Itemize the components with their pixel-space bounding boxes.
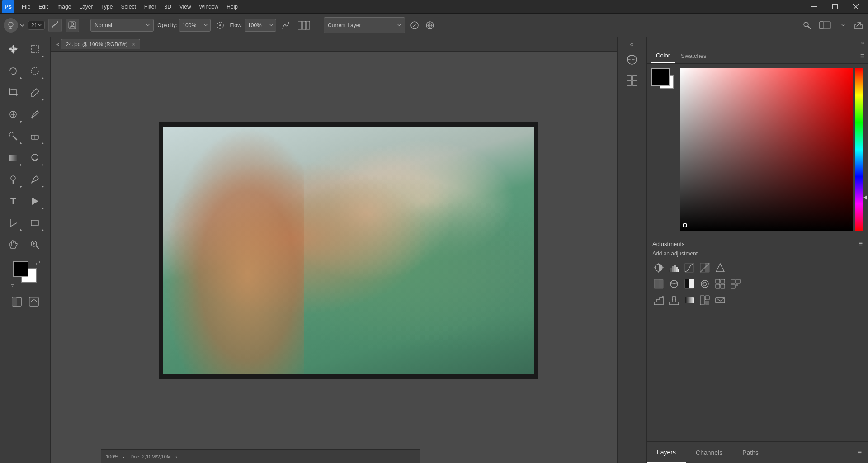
eyedropper-tool[interactable]: ▸	[24, 82, 45, 103]
eraser-tool[interactable]: ▸	[24, 126, 45, 146]
collapse-left-button[interactable]: «	[54, 41, 61, 47]
fg-color-square[interactable]	[651, 68, 670, 86]
threshold-adj[interactable]	[668, 294, 680, 307]
arrange-icon[interactable]	[837, 19, 849, 31]
menu-image[interactable]: Image	[52, 2, 75, 11]
dodge-tool[interactable]: ▸	[3, 169, 24, 190]
menu-edit[interactable]: Edit	[35, 2, 52, 11]
lasso-tool[interactable]: ▸	[3, 61, 24, 81]
exposure-adj[interactable]	[698, 261, 711, 274]
minimize-button[interactable]	[804, 0, 825, 14]
menu-type[interactable]: Type	[97, 2, 116, 11]
portrait-icon-button[interactable]	[66, 19, 79, 32]
workspace-icon[interactable]	[816, 19, 834, 31]
channels-icon[interactable]	[295, 19, 312, 31]
history-icon[interactable]	[623, 51, 641, 69]
document-tab[interactable]: 24.jpg @ 100% (RGB/8#) ×	[61, 39, 140, 49]
airbrush-toggle[interactable]	[214, 19, 226, 31]
swap-colors-icon[interactable]: ⇄	[36, 260, 40, 266]
photo-filter-adj[interactable]	[698, 278, 711, 290]
menu-window[interactable]: Window	[196, 2, 222, 11]
menu-3d[interactable]: 3D	[160, 2, 175, 11]
maximize-button[interactable]	[825, 0, 845, 14]
menu-layer[interactable]: Layer	[75, 2, 96, 11]
hand-tool[interactable]	[3, 234, 24, 255]
smoothing-icon[interactable]	[280, 19, 292, 31]
erase-history-icon[interactable]	[409, 19, 420, 31]
marquee-tool[interactable]: ▸	[24, 61, 45, 81]
brush-settings-button[interactable]	[48, 19, 62, 32]
right-panel: » Color Swatches ≡	[646, 37, 868, 463]
direct-select-tool[interactable]: ▸	[3, 213, 24, 233]
adjustments-menu[interactable]: ≡	[859, 240, 863, 248]
text-tool[interactable]: T	[3, 191, 24, 212]
panel-collapse-left[interactable]: «	[623, 41, 641, 48]
color-gradient-picker[interactable]	[680, 68, 853, 231]
shape-tool[interactable]: ▸	[24, 213, 45, 233]
bottom-tabs-menu[interactable]: ≡	[851, 442, 868, 463]
healing-tool[interactable]: ▸	[3, 104, 24, 125]
color-balance-adj[interactable]	[668, 278, 680, 290]
posterize-adj[interactable]	[652, 294, 665, 307]
status-chevron[interactable]: ›	[175, 454, 177, 459]
search-icon[interactable]	[801, 19, 813, 31]
path-select-tool[interactable]: ▸	[24, 191, 45, 212]
brush-size-display[interactable]: 21	[28, 21, 45, 30]
levels-adj[interactable]	[668, 261, 680, 274]
tab-channels[interactable]: Channels	[686, 443, 732, 463]
black-white-adj[interactable]	[683, 278, 696, 290]
pen-tool[interactable]: ▸	[24, 169, 45, 190]
tool-preset-picker[interactable]	[4, 18, 24, 33]
svg-point-4	[9, 22, 13, 27]
tool-group-dodge: ▸ ▸	[3, 169, 47, 190]
curves-adj[interactable]	[683, 261, 696, 274]
vibrance-adj[interactable]	[729, 278, 742, 290]
selective-color-adj[interactable]	[698, 294, 711, 307]
menu-select[interactable]: Select	[117, 2, 139, 11]
current-layer-dropdown[interactable]: Current Layer	[324, 17, 405, 33]
close-button[interactable]	[845, 0, 866, 14]
envelope-adj[interactable]	[714, 294, 726, 307]
brush-tool[interactable]	[24, 104, 45, 125]
move-tool[interactable]	[3, 39, 24, 60]
color-panel-menu[interactable]: ≡	[860, 52, 864, 60]
tab-color[interactable]: Color	[651, 48, 675, 63]
right-panel-collapse[interactable]: »	[861, 39, 864, 46]
close-tab-button[interactable]: ×	[132, 41, 135, 47]
gradient-map-adj[interactable]	[714, 261, 726, 274]
artboard-tool[interactable]: ▸	[24, 39, 45, 60]
share-icon[interactable]	[853, 19, 864, 31]
flow-input[interactable]: 100%	[245, 19, 276, 32]
brightness-contrast-adj[interactable]	[652, 261, 665, 274]
crop-tool[interactable]	[3, 82, 24, 103]
channel-mixer-adj[interactable]	[714, 278, 726, 290]
quick-mask-mode-button[interactable]	[26, 294, 42, 309]
menu-file[interactable]: File	[18, 2, 34, 11]
default-colors-icon[interactable]: ⊡	[10, 283, 15, 289]
blur-tool[interactable]: ▸	[24, 147, 45, 168]
foreground-color-swatch[interactable]	[13, 261, 28, 277]
menu-filter[interactable]: Filter	[141, 2, 160, 11]
menu-help[interactable]: Help	[223, 2, 241, 11]
svg-rect-79	[627, 81, 632, 85]
zoom-tool[interactable]	[24, 234, 45, 255]
hue-saturation-adj[interactable]	[652, 278, 665, 290]
gradient-adj[interactable]	[683, 294, 696, 307]
tab-layers[interactable]: Layers	[647, 442, 686, 463]
flow-value: 100%	[248, 22, 262, 28]
svg-point-68	[397, 232, 404, 238]
standard-mode-button[interactable]	[9, 294, 24, 309]
gradient-tool[interactable]: ▸	[3, 147, 24, 168]
opacity-input[interactable]: 100%	[179, 19, 211, 32]
adj-row-3	[652, 294, 863, 307]
menu-view[interactable]: View	[176, 2, 195, 11]
hue-slider[interactable]	[855, 68, 863, 231]
clone-stamp-tool[interactable]: ▸	[3, 126, 24, 146]
more-tools-button[interactable]: ···	[3, 311, 47, 323]
tab-paths[interactable]: Paths	[732, 443, 769, 463]
tab-swatches[interactable]: Swatches	[675, 49, 712, 63]
zoom-chevron[interactable]	[123, 454, 126, 459]
blend-mode-dropdown[interactable]: Normal	[90, 19, 154, 32]
brush-library-icon[interactable]	[623, 71, 641, 90]
target-adjustment-icon[interactable]	[424, 19, 436, 31]
